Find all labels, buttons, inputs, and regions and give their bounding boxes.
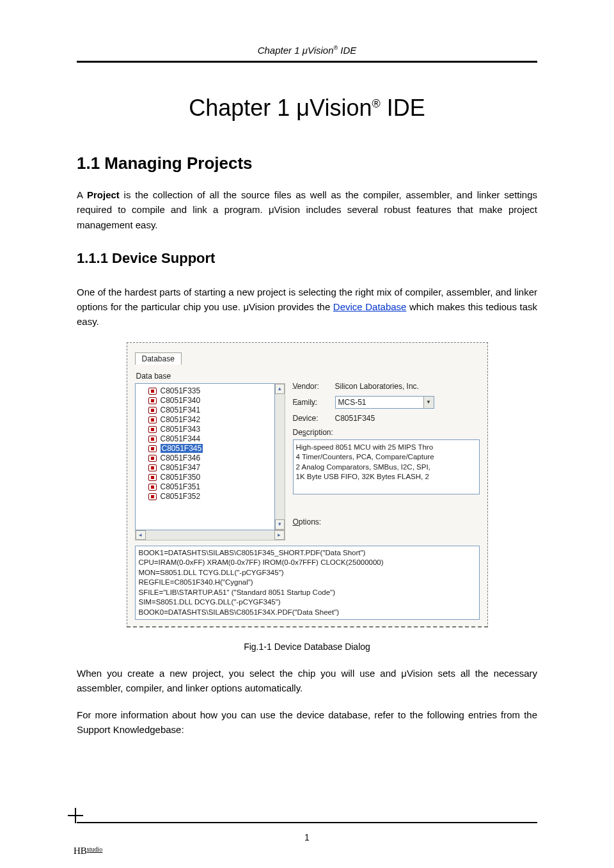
- chip-icon: [148, 436, 157, 443]
- description-textbox[interactable]: High-speed 8051 MCU with 25 MIPS Thro 4 …: [293, 439, 480, 494]
- chip-icon: [148, 493, 157, 500]
- scroll-up-icon[interactable]: ▴: [275, 384, 285, 394]
- chip-icon: [148, 397, 157, 404]
- options-textbox[interactable]: BOOK1=DATASHTS\SILABS\C8051F345_SHORT.PD…: [135, 546, 480, 620]
- dialog-tab-database[interactable]: Database: [135, 352, 182, 365]
- list-item[interactable]: C8051F343: [148, 425, 273, 434]
- scroll-right-icon[interactable]: ▸: [274, 530, 285, 540]
- list-item[interactable]: C8051F352: [148, 492, 273, 501]
- chip-icon: [148, 445, 157, 452]
- chapter-title-sup: ®: [372, 97, 380, 110]
- chip-icon: [148, 474, 157, 481]
- footer-rule: [77, 822, 537, 823]
- list-item[interactable]: C8051F344: [148, 434, 273, 444]
- chip-icon: [148, 388, 157, 395]
- list-item[interactable]: C8051F335: [148, 386, 273, 396]
- device-listbox[interactable]: C8051F335 C8051F340 C8051F341 C8051F342 …: [135, 383, 275, 530]
- list-item[interactable]: C8051F351: [148, 482, 273, 492]
- figure-caption: Fig.1-1 Device Database Dialog: [77, 642, 537, 652]
- running-header-pre: Chapter 1 μVision: [258, 45, 334, 56]
- list-item[interactable]: C8051F340: [148, 396, 273, 406]
- family-combobox[interactable]: MCS-51 ▼: [335, 396, 434, 409]
- paragraph-create-project: When you create a new project, you selec…: [77, 666, 537, 696]
- chapter-title: Chapter 1 μVision® IDE: [77, 95, 537, 122]
- chevron-down-icon[interactable]: ▼: [423, 397, 434, 408]
- bold-project: Project: [87, 189, 120, 200]
- chip-icon: [148, 484, 157, 491]
- paragraph-project-intro: A Project is the collection of all the s…: [77, 187, 537, 232]
- chip-icon: [148, 426, 157, 433]
- device-database-dialog: Database Data base C8051F335 C8051F340 C…: [127, 342, 488, 628]
- paragraph-more-info: For more information about how you can u…: [77, 707, 537, 738]
- description-label: Description:: [293, 428, 480, 437]
- page-number: 1: [0, 832, 614, 842]
- scrollbar-vertical[interactable]: ▴ ▾: [275, 383, 285, 530]
- family-value: MCS-51: [338, 398, 366, 407]
- device-database-link[interactable]: Device Database: [333, 301, 407, 312]
- list-item[interactable]: C8051F342: [148, 415, 273, 425]
- family-label: Family:: [293, 398, 330, 407]
- footer-brand: HBstudio: [74, 846, 102, 856]
- list-item[interactable]: C8051F346: [148, 454, 273, 463]
- list-item[interactable]: C8051F350: [148, 473, 273, 482]
- device-value: C8051F345: [335, 414, 480, 423]
- scrollbar-horizontal[interactable]: ◂ ▸: [135, 530, 285, 541]
- vendor-label: Vendor:: [293, 382, 330, 391]
- database-list-title: Data base: [136, 372, 285, 381]
- chip-icon: [148, 455, 157, 462]
- scroll-left-icon[interactable]: ◂: [136, 530, 146, 540]
- section-heading-1-1-1: 1.1.1 Device Support: [77, 250, 537, 267]
- chip-icon: [148, 416, 157, 423]
- section-heading-1-1: 1.1 Managing Projects: [77, 154, 537, 173]
- footer-brand-hb: HB: [74, 846, 87, 856]
- running-header: Chapter 1 μVision® IDE: [77, 45, 537, 63]
- chip-icon: [148, 464, 157, 471]
- list-item-selected[interactable]: C8051F345: [148, 444, 273, 454]
- options-label: Options:: [293, 517, 480, 526]
- vendor-value: Silicon Laboratories, Inc.: [335, 382, 480, 391]
- chip-icon: [148, 407, 157, 414]
- crop-mark-icon: [68, 808, 83, 823]
- device-label: Device:: [293, 414, 330, 423]
- running-header-post: IDE: [338, 45, 356, 56]
- footer-brand-studio: studio: [87, 846, 102, 853]
- paragraph-device-support: One of the hardest parts of starting a n…: [77, 285, 537, 329]
- chapter-title-pre: Chapter 1 μVision: [189, 95, 372, 121]
- list-item[interactable]: C8051F347: [148, 463, 273, 473]
- list-item[interactable]: C8051F341: [148, 406, 273, 415]
- chapter-title-post: IDE: [381, 95, 425, 121]
- scroll-down-icon[interactable]: ▾: [275, 519, 285, 530]
